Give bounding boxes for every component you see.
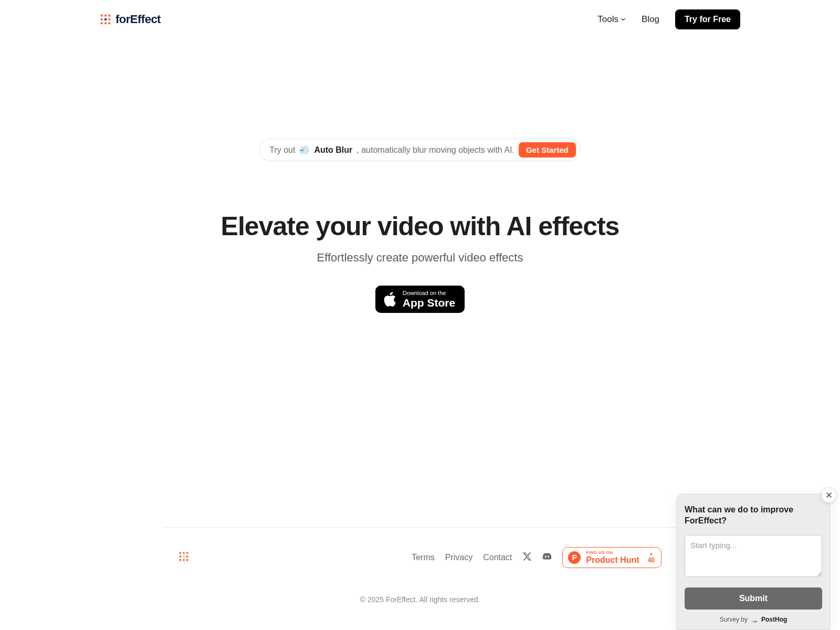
svg-rect-15 — [180, 559, 181, 561]
svg-rect-1 — [104, 15, 107, 17]
survey-by-text: Survey by — [720, 616, 748, 623]
discord-link[interactable] — [542, 552, 552, 563]
svg-rect-12 — [180, 555, 181, 557]
product-hunt-upvotes: ▲ 40 — [648, 552, 655, 563]
app-store-button[interactable]: Download on the App Store — [375, 286, 465, 313]
x-twitter-link[interactable] — [522, 552, 532, 563]
product-hunt-badge[interactable]: P FIND US ON Product Hunt ▲ 40 — [562, 547, 662, 568]
pill-feature-name: Auto Blur — [314, 145, 352, 155]
promo-pill[interactable]: Try out 💨 Auto Blur , automatically blur… — [259, 139, 581, 161]
svg-rect-5 — [109, 18, 111, 20]
survey-question: What can we do to improve ForEffect? — [685, 504, 822, 527]
feedback-survey-widget: What can we do to improve ForEffect? Sub… — [677, 494, 830, 630]
brand-name: forEffect — [116, 13, 161, 26]
app-store-big-text: App Store — [403, 297, 455, 308]
hero-title: Elevate your video with AI effects — [221, 211, 620, 242]
apple-logo-icon — [383, 291, 396, 307]
svg-rect-4 — [104, 18, 107, 20]
svg-rect-16 — [183, 559, 184, 561]
triangle-up-icon: ▲ — [649, 552, 653, 556]
svg-rect-7 — [104, 23, 107, 25]
try-for-free-button[interactable]: Try for Free — [675, 9, 740, 29]
survey-attribution[interactable]: Survey by PostHog — [685, 616, 822, 623]
footer-contact-link[interactable]: Contact — [483, 553, 512, 562]
app-store-small-text: Download on the — [403, 290, 455, 296]
nav-blog-link[interactable]: Blog — [642, 14, 659, 25]
get-started-button[interactable]: Get Started — [519, 142, 576, 158]
nav-blog-label: Blog — [642, 14, 659, 25]
pill-prefix: Try out — [269, 145, 295, 155]
x-icon — [522, 552, 532, 561]
svg-rect-14 — [186, 555, 188, 557]
svg-rect-3 — [101, 18, 103, 20]
nav-tools-dropdown[interactable]: Tools — [597, 14, 626, 25]
survey-submit-button[interactable]: Submit — [685, 587, 822, 610]
header: forEffect Tools Blog Try for Free — [0, 0, 840, 39]
product-hunt-p-icon: P — [568, 551, 581, 564]
footer-privacy-link[interactable]: Privacy — [445, 553, 472, 562]
product-hunt-count: 40 — [648, 557, 655, 563]
svg-rect-17 — [186, 559, 188, 561]
svg-rect-2 — [109, 15, 111, 17]
svg-rect-10 — [183, 552, 184, 554]
hero-section: Try out 💨 Auto Blur , automatically blur… — [0, 39, 840, 313]
dash-emoji-icon: 💨 — [299, 145, 310, 155]
svg-rect-13 — [183, 555, 184, 557]
survey-textarea[interactable] — [685, 535, 822, 577]
survey-close-button[interactable] — [821, 487, 837, 503]
foreffect-logo-icon — [100, 14, 111, 25]
chevron-down-icon — [621, 17, 626, 22]
brand-logo[interactable]: forEffect — [100, 13, 161, 26]
pill-suffix: , automatically blur moving objects with… — [356, 145, 514, 155]
footer-terms-link[interactable]: Terms — [412, 553, 435, 562]
app-store-text: Download on the App Store — [403, 290, 455, 308]
posthog-name: PostHog — [761, 616, 787, 623]
footer-divider — [163, 527, 677, 528]
product-hunt-big: Product Hunt — [586, 556, 639, 564]
svg-rect-6 — [101, 23, 103, 25]
svg-rect-11 — [186, 552, 188, 554]
nav-tools-label: Tools — [597, 14, 618, 25]
svg-rect-0 — [101, 15, 103, 17]
close-icon — [826, 492, 832, 498]
posthog-logo-icon — [751, 616, 758, 623]
discord-icon — [542, 552, 552, 561]
product-hunt-text: FIND US ON Product Hunt — [586, 551, 639, 564]
footer-right: Terms Privacy Contact P FIND US ON Produ… — [412, 547, 662, 568]
product-hunt-small: FIND US ON — [586, 551, 639, 555]
svg-rect-9 — [180, 552, 181, 554]
main-nav: Tools Blog Try for Free — [597, 9, 740, 29]
hero-subtitle: Effortlessly create powerful video effec… — [317, 251, 523, 265]
svg-rect-8 — [109, 23, 111, 25]
foreffect-logo-icon — [178, 551, 189, 562]
footer-logo[interactable] — [178, 551, 189, 564]
